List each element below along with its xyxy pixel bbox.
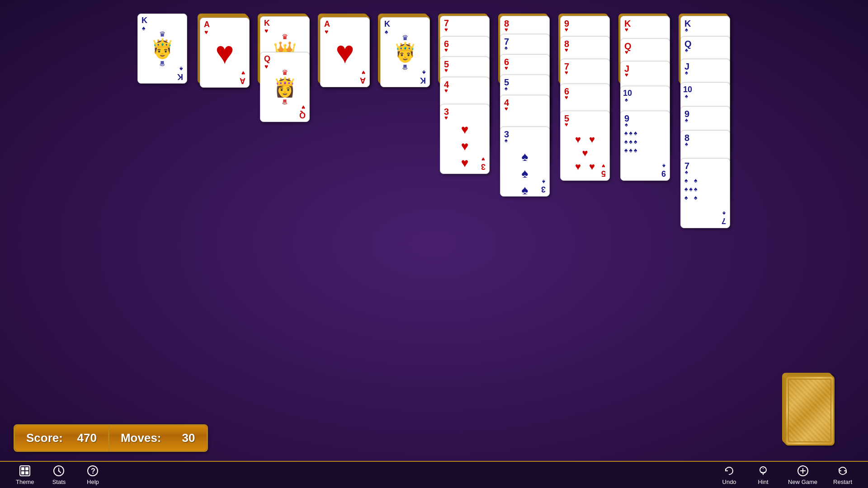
moves-section: Moves: 30 bbox=[108, 426, 207, 450]
restart-button[interactable]: Restart bbox=[826, 462, 859, 488]
svg-text:?: ? bbox=[91, 467, 95, 475]
card-a-hearts-2[interactable]: A ♥ ♥ A ♥ bbox=[320, 17, 370, 87]
column-4[interactable]: A ♥ ♥ A ♥ bbox=[318, 14, 370, 113]
hint-label: Hint bbox=[758, 479, 769, 485]
stats-icon bbox=[52, 465, 65, 477]
hint-button[interactable]: Hint bbox=[747, 462, 779, 488]
svg-rect-4 bbox=[25, 471, 28, 474]
new-game-icon bbox=[797, 465, 809, 477]
svg-rect-3 bbox=[21, 471, 24, 474]
restart-icon bbox=[836, 465, 849, 477]
moves-value: 30 bbox=[168, 431, 195, 445]
theme-icon bbox=[19, 465, 31, 477]
help-button[interactable]: ? Help bbox=[77, 462, 108, 488]
svg-rect-1 bbox=[21, 467, 24, 470]
card-3-hearts[interactable]: 3 ♥ ♥ ♥ ♥ 3 ♥ bbox=[440, 104, 490, 174]
column-8[interactable]: 9 ♥ 8 ♥ 7 ♥ 6 ♥ 5 ♥ ♥♥ bbox=[558, 14, 610, 230]
column-3[interactable]: K ♥ ♛ 👑 ♛ K ♥ Q ♥ ♛ 👸 ♛ Q bbox=[258, 14, 310, 131]
card-k-spades-5[interactable]: K ♠ ♛ 🤴 ♛ K ♠ bbox=[380, 17, 430, 87]
card-a-hearts[interactable]: A ♥ ♥ A ♥ bbox=[200, 18, 250, 88]
column-2[interactable]: A ♥ ♥ A ♥ bbox=[198, 14, 250, 104]
moves-label: Moves: bbox=[121, 431, 161, 445]
score-value: 470 bbox=[70, 431, 97, 445]
columns-area: K ♠ ♛ 🤴 ♛ K ♠ A ♥ ♥ A bbox=[14, 9, 854, 276]
toolbar: Theme Stats ? Help bbox=[0, 461, 868, 488]
column-5[interactable]: K ♠ ♛ 🤴 ♛ K ♠ bbox=[378, 14, 430, 140]
column-7[interactable]: 8 ♥ 7 ♠ 6 ♥ 5 ♠ 4 ♥ bbox=[498, 14, 550, 239]
svg-rect-2 bbox=[25, 467, 28, 470]
help-icon: ? bbox=[86, 465, 99, 477]
undo-icon bbox=[723, 465, 736, 477]
undo-label: Undo bbox=[722, 479, 736, 485]
hint-icon bbox=[757, 465, 769, 477]
svg-point-11 bbox=[760, 467, 766, 473]
score-label: Score: bbox=[26, 431, 63, 445]
theme-button[interactable]: Theme bbox=[9, 462, 41, 488]
stats-label: Stats bbox=[52, 479, 66, 485]
svg-point-13 bbox=[763, 468, 764, 469]
card-q-hearts[interactable]: Q ♥ ♛ 👸 ♛ Q ♥ bbox=[260, 52, 310, 122]
restart-label: Restart bbox=[833, 479, 852, 485]
card-9-spades-9[interactable]: 9 ♠ ♠♠♠ ♠♠♠ ♠♠♠ 9 ♠ bbox=[620, 111, 670, 181]
game-area: K ♠ ♛ 🤴 ♛ K ♠ A ♥ ♥ A bbox=[0, 0, 868, 461]
card-7-spades-10[interactable]: 7 ♠ ♠♠ ♠♠♠ ♠♠ 7 ♠ bbox=[680, 158, 730, 228]
column-10[interactable]: K ♠ 🤴 Q ♠ 👸 J ♠ 🎭 10 ♠ 9 bbox=[679, 14, 731, 276]
new-game-button[interactable]: New Game bbox=[781, 462, 824, 488]
column-9[interactable]: K ♥ 👑 Q ♥ 👸 J ♥ 🎭 10 ♠ 9 bbox=[618, 14, 670, 230]
help-label: Help bbox=[87, 479, 99, 485]
undo-button[interactable]: Undo bbox=[713, 462, 745, 488]
stats-button[interactable]: Stats bbox=[43, 462, 75, 488]
card-3-spades[interactable]: 3 ♠ ♠ ♠ ♠ 3 ♠ bbox=[500, 127, 550, 197]
deck-pile[interactable] bbox=[782, 373, 832, 443]
column-1[interactable]: K ♠ ♛ 🤴 ♛ K ♠ bbox=[137, 14, 189, 84]
card-k-spades[interactable]: K ♠ ♛ 🤴 ♛ K ♠ bbox=[137, 14, 187, 84]
column-6[interactable]: 7 ♥ 6 ♥ 5 ♥ 4 ♥ 3 ♥ ♥ bbox=[438, 14, 490, 203]
toolbar-left: Theme Stats ? Help bbox=[9, 462, 108, 488]
new-game-label: New Game bbox=[788, 479, 817, 485]
card-5-hearts-8[interactable]: 5 ♥ ♥♥ ♥ ♥♥ 5 ♥ bbox=[560, 111, 610, 181]
toolbar-right: Undo Hint New Game bbox=[713, 462, 859, 488]
svg-point-8 bbox=[58, 470, 60, 472]
score-section: Score: 470 bbox=[15, 426, 108, 450]
theme-label: Theme bbox=[16, 479, 34, 485]
score-bar: Score: 470 Moves: 30 bbox=[14, 424, 208, 452]
